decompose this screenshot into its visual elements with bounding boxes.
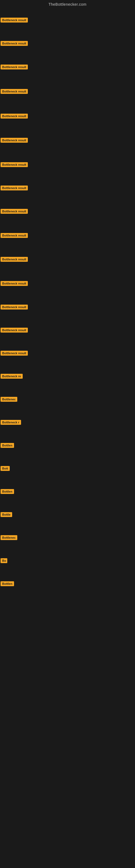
bottleneck-badge[interactable]: Bottleneck result: [1, 162, 28, 167]
bottleneck-badge[interactable]: Bottleneck result: [1, 351, 28, 355]
site-title: TheBottlenecker.com: [0, 0, 135, 8]
bottleneck-badge[interactable]: Bottleneck result: [1, 328, 28, 333]
bottleneck-badge[interactable]: Bottlen: [1, 581, 14, 586]
bottleneck-badge[interactable]: Bottleneck result: [1, 41, 28, 46]
bottleneck-badge[interactable]: Bottleneck result: [1, 186, 28, 190]
bottleneck-badge[interactable]: Bottleneck result: [1, 138, 28, 143]
bottleneck-item: Bottlen: [1, 443, 14, 449]
bottleneck-item: Bottleneck result: [1, 18, 28, 24]
bottleneck-item: Bottleneck result: [1, 89, 28, 95]
bottleneck-badge[interactable]: Bottleneck result: [1, 18, 28, 23]
bottleneck-item: Bottleneck r: [1, 420, 21, 426]
bottleneck-badge[interactable]: Bottlenec: [1, 535, 17, 540]
bottleneck-item: Bottle: [1, 512, 12, 518]
bottleneck-item: Bottleneck result: [1, 114, 28, 120]
bottleneck-item: Bottleneck result: [1, 328, 28, 334]
bottleneck-item: Bottlenec: [1, 535, 17, 541]
bottleneck-badge[interactable]: Bottlen: [1, 489, 14, 494]
bottleneck-item: Bott: [1, 466, 10, 472]
bottleneck-badge[interactable]: Bottleneck result: [1, 114, 28, 119]
bottleneck-item: Bottleneck result: [1, 65, 28, 70]
bottleneck-item: Bottleneck result: [1, 162, 28, 168]
bottleneck-item: Bottleneck result: [1, 281, 28, 287]
bottleneck-badge[interactable]: Bottleneck result: [1, 89, 28, 94]
site-header: TheBottlenecker.com: [0, 0, 135, 8]
bottleneck-list: Bottleneck resultBottleneck resultBottle…: [0, 8, 135, 631]
bottleneck-item: Bo: [1, 558, 7, 564]
bottleneck-badge[interactable]: Bottleneck result: [1, 281, 28, 286]
bottleneck-item: Bottlen: [1, 489, 14, 495]
bottleneck-badge[interactable]: Bottleneck result: [1, 257, 28, 262]
bottleneck-item: Bottleneck result: [1, 209, 28, 215]
bottleneck-badge[interactable]: Bottlenec: [1, 397, 17, 402]
bottleneck-badge[interactable]: Bottleneck r: [1, 420, 21, 425]
bottleneck-badge[interactable]: Bott: [1, 466, 10, 471]
bottleneck-badge[interactable]: Bottle: [1, 512, 12, 517]
bottleneck-badge[interactable]: Bottleneck result: [1, 209, 28, 214]
bottleneck-badge[interactable]: Bottleneck result: [1, 233, 28, 238]
bottleneck-item: Bottleneck result: [1, 138, 28, 144]
bottleneck-item: Bottleneck result: [1, 186, 28, 191]
bottleneck-badge[interactable]: Bottlen: [1, 443, 14, 448]
bottleneck-item: Bottleneck result: [1, 305, 28, 311]
bottleneck-badge[interactable]: Bottleneck re: [1, 374, 23, 379]
bottleneck-item: Bottleneck result: [1, 41, 28, 47]
bottleneck-item: Bottleneck result: [1, 257, 28, 263]
bottleneck-item: Bottlen: [1, 581, 14, 587]
bottleneck-item: Bottleneck result: [1, 351, 28, 357]
bottleneck-item: Bottleneck result: [1, 233, 28, 239]
bottleneck-item: Bottleneck re: [1, 374, 23, 380]
bottleneck-badge[interactable]: Bottleneck result: [1, 305, 28, 310]
bottleneck-item: Bottlenec: [1, 397, 17, 403]
bottleneck-badge[interactable]: Bottleneck result: [1, 65, 28, 69]
bottleneck-badge[interactable]: Bo: [1, 558, 7, 563]
